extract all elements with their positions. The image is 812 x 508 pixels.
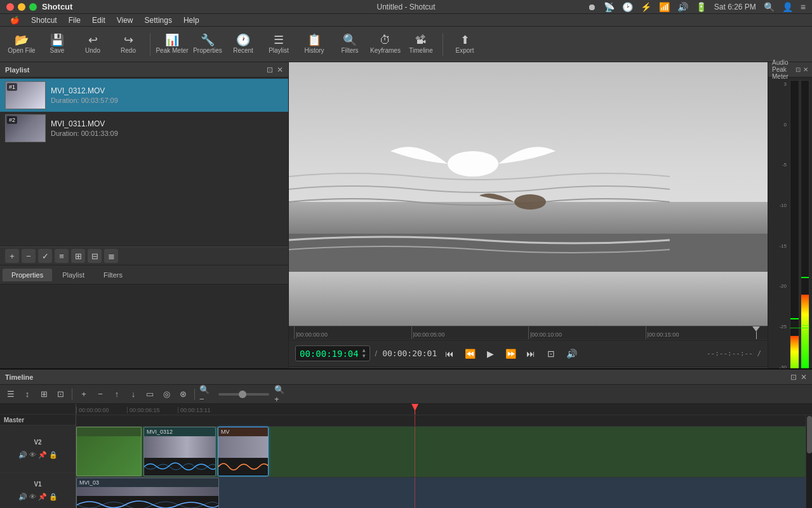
menu-file[interactable]: File [63, 15, 86, 26]
timeline-scrollbar-thumb[interactable] [807, 416, 812, 453]
v1-eye-icon[interactable]: 👁 [29, 493, 36, 501]
tl-clip-button[interactable]: ▭ [143, 387, 157, 401]
tl-zoom-thumb[interactable] [239, 391, 246, 398]
timecode-display[interactable]: 00:00:19:04 ▲ ▼ [295, 345, 370, 361]
spotlight-icon[interactable]: 🔍 [764, 2, 775, 12]
time-machine-icon: 🕑 [622, 2, 633, 12]
timeline-button[interactable]: 📽 Timeline [404, 29, 437, 60]
menu-apple[interactable]: 🍎 [5, 15, 25, 26]
tracks-body: MVI_0312 MV [76, 415, 812, 508]
v2-clip-3[interactable]: MV [218, 427, 269, 476]
menu-edit[interactable]: Edit [87, 15, 110, 26]
menu-shotcut[interactable]: Shotcut [26, 15, 62, 26]
tl-ripple-button[interactable]: ↕ [20, 387, 34, 401]
maximize-button[interactable] [29, 3, 37, 11]
close-button[interactable] [6, 3, 14, 11]
filters-button[interactable]: 🔍 Filters [333, 29, 366, 60]
recent-button[interactable]: 🕐 Recent [227, 29, 260, 60]
keyframes-icon: ⏱ [380, 34, 391, 46]
tl-zoom-in-button[interactable]: 🔍+ [274, 387, 288, 401]
v1-pin-icon[interactable]: 📌 [38, 493, 47, 501]
playlist-grid-button[interactable]: ⊞ [71, 249, 85, 263]
menu-settings[interactable]: Settings [140, 15, 177, 26]
playlist-small-button[interactable]: ⊟ [88, 249, 102, 263]
tc-down-arrow[interactable]: ▼ [363, 354, 366, 359]
tl-trim-button[interactable]: ⊡ [53, 387, 67, 401]
timeline-scrollbar-v[interactable] [806, 415, 812, 508]
v2-pin-icon[interactable]: 📌 [38, 451, 47, 459]
v2-clip-1[interactable] [76, 427, 142, 476]
playlist-panel-controls: ⊡ ✕ [267, 65, 283, 74]
v2-lock-icon[interactable]: 🔒 [49, 451, 58, 459]
playlist-close-icon[interactable]: ✕ [277, 65, 283, 74]
volume-button[interactable]: 🔊 [564, 346, 579, 361]
v1-lock-icon[interactable]: 🔒 [49, 493, 58, 501]
menu-help[interactable]: Help [178, 15, 204, 26]
playlist-item[interactable]: #1 MVI_0312.MOV Duration: 00:03:57:09 [0, 79, 288, 112]
tl-scrub-button[interactable]: ◎ [159, 387, 173, 401]
traffic-lights[interactable] [6, 3, 37, 11]
tl-sep-1 [72, 389, 72, 400]
v1-clip-1[interactable]: MVI_03 [76, 478, 219, 508]
properties-button[interactable]: 🔧 Properties [191, 29, 224, 60]
broadcast-icon: 📡 [604, 2, 615, 12]
playlist-list-button[interactable]: ≡ [55, 249, 69, 263]
ruler-mark-time-2: 00:00:13:11 [178, 407, 229, 413]
save-button[interactable]: 💾 Save [41, 29, 74, 60]
tl-overwrite-button[interactable]: ↓ [126, 387, 140, 401]
toggle-button[interactable]: ⊡ [543, 346, 559, 361]
tl-zoom-out-button[interactable]: 🔍− [199, 387, 213, 401]
playlist-items: #1 MVI_0312.MOV Duration: 00:03:57:09 #2… [0, 77, 288, 246]
tl-add-button[interactable]: + [77, 387, 91, 401]
notif-icon[interactable]: ≡ [801, 2, 806, 12]
menu-view[interactable]: View [112, 15, 138, 26]
peak-meter-button[interactable]: 📊 Peak Meter [156, 29, 189, 60]
undo-button[interactable]: ↩ Undo [76, 29, 109, 60]
tab-properties[interactable]: Properties [3, 269, 52, 281]
minimize-button[interactable] [18, 3, 25, 11]
audio-float-icon[interactable]: ⊡ [795, 66, 801, 73]
playlist-button[interactable]: ☰ Playlist [262, 29, 295, 60]
playlist-item[interactable]: #2 MVI_0311.MOV Duration: 00:01:33:09 [0, 112, 288, 145]
timeline-close-icon[interactable]: ✕ [801, 373, 807, 382]
tl-zoom-slider[interactable] [218, 393, 269, 396]
tl-remove-button[interactable]: − [93, 387, 107, 401]
keyframes-button[interactable]: ⏱ Keyframes [369, 29, 402, 60]
filters-label: Filters [341, 47, 358, 54]
playlist-panel-header: Playlist ⊡ ✕ [0, 62, 288, 77]
tab-filters[interactable]: Filters [95, 269, 131, 281]
audio-close-icon[interactable]: ✕ [803, 66, 808, 73]
step-forward-button[interactable]: ⏩ [503, 346, 518, 361]
tl-menu-button[interactable]: ☰ [4, 387, 18, 401]
siri-icon[interactable]: 👤 [782, 2, 793, 12]
open-file-button[interactable]: 📂 Open File [5, 29, 38, 60]
tab-playlist[interactable]: Playlist [53, 269, 93, 281]
v1-playhead-line [415, 478, 415, 508]
tl-ripple-all-button[interactable]: ⊛ [176, 387, 190, 401]
timeline-float-icon[interactable]: ⊡ [790, 373, 797, 382]
playlist-add-button[interactable]: + [5, 249, 19, 263]
playlist-detail-button[interactable]: ≣ [104, 249, 118, 263]
v1-audio-icon[interactable]: 🔊 [18, 493, 27, 501]
tc-up-arrow[interactable]: ▲ [363, 348, 366, 353]
timecode-arrows[interactable]: ▲ ▼ [363, 348, 366, 359]
v2-eye-icon[interactable]: 👁 [29, 451, 36, 459]
open-file-icon: 📂 [15, 34, 29, 46]
scale-n20: -20 [771, 283, 787, 289]
tl-snap-button[interactable]: ⊞ [37, 387, 51, 401]
tl-lift-button[interactable]: ↑ [110, 387, 124, 401]
playlist-check-button[interactable]: ✓ [38, 249, 52, 263]
v2-audio-icon[interactable]: 🔊 [18, 451, 27, 459]
go-to-end-button[interactable]: ⏭ [523, 346, 538, 361]
step-back-button[interactable]: ⏪ [462, 346, 477, 361]
playlist-float-icon[interactable]: ⊡ [267, 65, 273, 74]
history-button[interactable]: 📋 History [298, 29, 331, 60]
export-button[interactable]: ⬆ Export [448, 29, 481, 60]
playlist-remove-button[interactable]: − [22, 249, 36, 263]
redo-button[interactable]: ↪ Redo [112, 29, 145, 60]
go-to-start-button[interactable]: ⏮ [442, 346, 457, 361]
play-button[interactable]: ▶ [483, 346, 498, 361]
v2-clip-2[interactable]: MVI_0312 [143, 427, 216, 476]
ruler-playhead [752, 326, 760, 339]
playlist-item-name-2: MVI_0311.MOV [51, 119, 283, 128]
